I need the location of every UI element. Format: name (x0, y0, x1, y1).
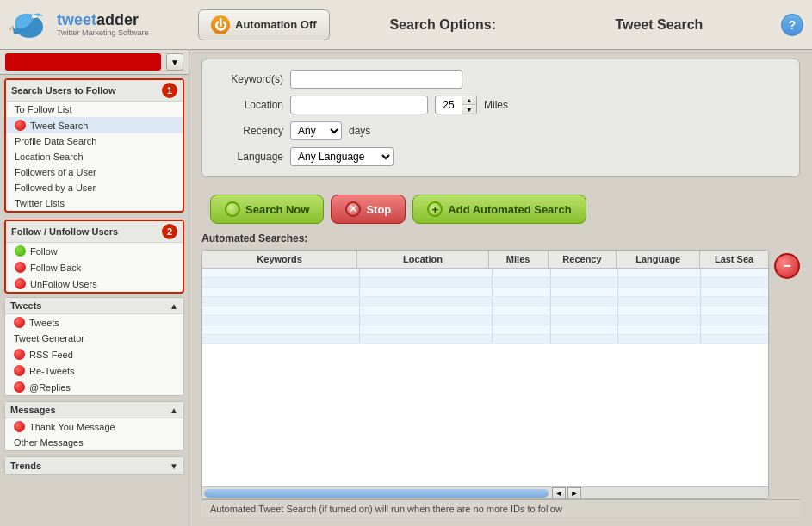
add-automated-label: Add Automated Search (448, 203, 571, 216)
main-content: Search Options: Keyword(s) Location 25 ▲ (189, 50, 812, 526)
trends-header[interactable]: Trends ▼ (5, 457, 183, 474)
miles-down-button[interactable]: ▼ (462, 105, 476, 114)
search-now-button[interactable]: Search Now (210, 195, 324, 224)
td-miles (493, 269, 550, 277)
td-recency (551, 306, 619, 315)
table-row[interactable] (202, 269, 768, 278)
td-recency (551, 335, 619, 343)
sidebar-item-followers-of-user[interactable]: Followers of a User (6, 164, 183, 180)
td-location (360, 288, 493, 296)
sidebar-item-other-messages[interactable]: Other Messages (5, 435, 183, 450)
account-selector[interactable]: ▼ (0, 50, 189, 75)
language-select[interactable]: Any Language English Spanish French Germ… (290, 147, 394, 166)
sidebar-item-follow[interactable]: Follow (6, 243, 183, 259)
sidebar-item-profile-data-search[interactable]: Profile Data Search (6, 133, 183, 149)
search-now-label: Search Now (245, 203, 309, 216)
table-row[interactable] (202, 316, 768, 325)
keywords-label: Keyword(s) (214, 73, 283, 85)
td-recency (551, 288, 619, 296)
td-lastse (701, 335, 768, 343)
td-location (360, 325, 493, 334)
td-miles (493, 316, 550, 325)
stop-button[interactable]: ✕ Stop (331, 195, 406, 224)
th-location: Location (357, 251, 488, 268)
sidebar-item-rss-feed[interactable]: RSS Feed (5, 346, 183, 362)
svg-point-1 (32, 15, 37, 18)
miles-spinner[interactable]: 25 ▲ ▼ (435, 96, 477, 114)
main-layout: ▼ Search Users to Follow 1 To Follow Lis… (0, 50, 812, 526)
sidebar-item-replies[interactable]: @Replies (5, 379, 183, 395)
sidebar-item-tweet-generator[interactable]: Tweet Generator (5, 331, 183, 346)
sidebar-item-location-search[interactable]: Location Search (6, 149, 183, 164)
td-recency (551, 297, 619, 306)
td-keywords (202, 288, 360, 296)
tweets-label: Tweets (29, 318, 59, 328)
td-language (618, 335, 701, 343)
location-input[interactable] (290, 96, 428, 114)
table-row[interactable] (202, 297, 768, 306)
sidebar-item-tweet-search[interactable]: Tweet Search (6, 117, 183, 133)
tweets-section-header[interactable]: Tweets ▲ (5, 298, 183, 314)
miles-up-button[interactable]: ▲ (462, 96, 476, 105)
followers-of-user-label: Followers of a User (15, 167, 96, 177)
th-keywords: Keywords (202, 251, 357, 268)
table-horizontal-scrollbar[interactable] (204, 489, 549, 498)
recency-select[interactable]: Any 1 7 14 30 (290, 121, 342, 140)
keywords-input[interactable] (290, 70, 462, 89)
delete-button[interactable]: − (774, 253, 800, 279)
sidebar-item-tweets[interactable]: Tweets (5, 314, 183, 331)
td-lastse (701, 306, 768, 315)
follow-unfollow-section: Follow / Unfollow Users 2 Follow Follow … (4, 220, 184, 294)
sidebar-item-unfollow[interactable]: UnFollow Users (6, 275, 183, 292)
logo-adder: adder (96, 11, 139, 28)
account-dropdown-arrow[interactable]: ▼ (166, 53, 183, 71)
retweets-icon (14, 365, 25, 376)
miles-label: Miles (484, 99, 508, 111)
sidebar-item-thank-you-message[interactable]: Thank You Message (5, 418, 183, 435)
sidebar-item-retweets[interactable]: Re-Tweets (5, 362, 183, 379)
td-keywords (202, 278, 360, 287)
table-nav-prev-button[interactable]: ◄ (552, 487, 566, 499)
sidebar-item-twitter-lists[interactable]: Twitter Lists (6, 195, 183, 211)
sidebar-item-followed-by-user[interactable]: Followed by a User (6, 180, 183, 195)
rss-feed-icon (14, 349, 25, 360)
search-now-icon (225, 201, 240, 217)
td-keywords (202, 316, 360, 325)
table-row[interactable] (202, 278, 768, 288)
tweets-section: Tweets ▲ Tweets Tweet Generator RSS Feed… (4, 297, 184, 396)
page-title-main: Tweet Search (556, 17, 762, 33)
table-row[interactable] (202, 288, 768, 297)
table-header: Keywords Location Miles Recency Language… (202, 251, 768, 269)
thank-you-label: Thank You Message (29, 422, 115, 432)
tweets-arrow: ▲ (170, 301, 178, 311)
td-lastse (701, 278, 768, 287)
automation-button[interactable]: ⏻ Automation Off (198, 9, 330, 40)
stop-label: Stop (366, 203, 391, 216)
td-recency (551, 269, 619, 277)
status-bar: Automated Tweet Search (if turned on) wi… (201, 499, 800, 517)
td-miles (493, 297, 550, 306)
table-row[interactable] (202, 325, 768, 335)
automated-table-wrapper: Keywords Location Miles Recency Language… (201, 250, 800, 499)
to-follow-list-label: To Follow List (15, 104, 72, 114)
messages-section: Messages ▲ Thank You Message Other Messa… (4, 401, 184, 451)
sidebar-item-follow-back[interactable]: Follow Back (6, 259, 183, 275)
action-buttons: Search Now ✕ Stop + Add Automated Search (201, 195, 800, 224)
table-row[interactable] (202, 335, 768, 344)
language-label: Language (214, 151, 283, 163)
td-keywords (202, 306, 360, 315)
td-recency (551, 316, 619, 325)
add-automated-search-button[interactable]: + Add Automated Search (412, 195, 586, 224)
help-button[interactable]: ? (781, 14, 803, 36)
table-nav-buttons: ◄ ► (552, 487, 581, 499)
messages-section-header[interactable]: Messages ▲ (5, 402, 183, 418)
sidebar-item-to-follow-list[interactable]: To Follow List (6, 102, 183, 117)
miles-controls[interactable]: ▲ ▼ (462, 96, 476, 114)
table-nav-next-button[interactable]: ► (567, 487, 581, 499)
replies-label: @Replies (29, 382, 71, 393)
follow-icon (15, 245, 26, 257)
table-row[interactable] (202, 306, 768, 316)
location-search-label: Location Search (15, 152, 84, 162)
th-miles: Miles (489, 251, 549, 268)
tweets-icon (14, 317, 25, 328)
